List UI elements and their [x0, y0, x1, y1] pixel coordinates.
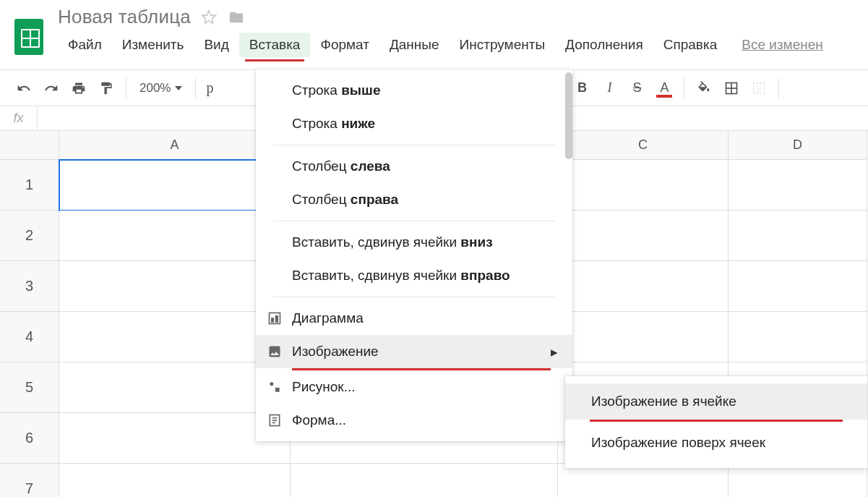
insert-shift-down[interactable]: Вставить, сдвинув ячейки вниз — [256, 226, 572, 259]
svg-rect-7 — [272, 318, 274, 322]
svg-rect-5 — [760, 82, 765, 93]
menu-format[interactable]: Формат — [310, 33, 379, 57]
row-header-3[interactable]: 3 — [0, 261, 59, 312]
saved-status-link[interactable]: Все изменен — [742, 37, 823, 53]
redo-button[interactable] — [39, 76, 64, 101]
select-all-corner[interactable] — [0, 131, 59, 160]
bold-button[interactable]: B — [570, 76, 594, 101]
print-button[interactable] — [66, 76, 91, 101]
row-header-6[interactable]: 6 — [0, 413, 59, 464]
menu-insert[interactable]: Вставка — [239, 33, 311, 57]
cell-b7[interactable] — [291, 464, 558, 497]
image-in-cell-label: Изображение в ячейке — [591, 394, 736, 409]
toolbar-separator — [195, 78, 196, 98]
sheets-logo-icon[interactable] — [14, 19, 43, 55]
menu-tools[interactable]: Инструменты — [450, 33, 555, 57]
row-header-4[interactable]: 4 — [0, 312, 59, 362]
dropdown-divider — [273, 145, 555, 145]
cell-d2[interactable] — [729, 211, 867, 261]
cell-c2[interactable] — [558, 211, 729, 261]
merge-cells-button[interactable] — [747, 76, 771, 101]
menu-data[interactable]: Данные — [379, 33, 450, 57]
insert-column-left[interactable]: Столбец слева — [256, 150, 572, 183]
row-header-1[interactable]: 1 — [0, 160, 59, 211]
insert-form-label: Форма... — [292, 412, 346, 428]
folder-icon[interactable] — [227, 9, 246, 25]
insert-shift-right-label: Вставить, сдвинув ячейки вправо — [292, 268, 510, 284]
insert-chart-label: Диаграмма — [292, 310, 364, 326]
zoom-value: 200% — [139, 81, 171, 95]
menu-help[interactable]: Справка — [653, 33, 728, 57]
image-submenu: Изображение в ячейке Изображение поверх … — [565, 376, 867, 468]
cell-d1[interactable] — [729, 160, 867, 211]
text-color-swatch — [656, 95, 672, 98]
insert-row-below-label: Строка ниже — [292, 116, 375, 132]
svg-rect-6 — [270, 313, 280, 324]
insert-image[interactable]: Изображение ▸ — [256, 335, 572, 368]
currency-hint[interactable]: р — [203, 80, 216, 96]
menu-view[interactable]: Вид — [194, 33, 239, 57]
cell-c7[interactable] — [558, 464, 729, 497]
submenu-arrow-icon: ▸ — [551, 344, 558, 360]
chart-icon — [267, 311, 282, 326]
menu-edit[interactable]: Изменить — [112, 33, 194, 57]
insert-drawing[interactable]: Рисунок... — [256, 370, 572, 404]
insert-row-above-label: Строка выше — [292, 82, 380, 98]
column-header-c[interactable]: C — [558, 131, 729, 160]
fx-label[interactable]: fx — [0, 106, 38, 130]
chevron-down-icon — [175, 86, 182, 90]
row-header-7[interactable]: 7 — [0, 464, 59, 497]
insert-row-above[interactable]: Строка выше — [256, 74, 572, 107]
svg-rect-10 — [275, 388, 280, 392]
image-in-cell[interactable]: Изображение в ячейке — [565, 383, 867, 420]
fill-color-button[interactable] — [692, 76, 716, 101]
column-header-d[interactable]: D — [729, 131, 867, 160]
dropdown-divider — [273, 221, 555, 221]
doc-title-row: Новая таблица — [58, 6, 868, 33]
menu-file[interactable]: Файл — [58, 33, 112, 57]
cell-c1[interactable] — [558, 160, 729, 211]
toolbar-separator — [684, 78, 684, 98]
insert-column-right-label: Столбец справа — [292, 192, 398, 208]
image-icon — [267, 344, 282, 359]
cell-d7[interactable] — [729, 464, 867, 497]
insert-shift-right[interactable]: Вставить, сдвинув ячейки вправо — [256, 259, 572, 292]
cell-c4[interactable] — [558, 312, 729, 362]
logo-container — [0, 6, 58, 55]
cell-c3[interactable] — [558, 261, 729, 312]
cell-d4[interactable] — [729, 312, 867, 362]
dropdown-divider — [273, 297, 555, 297]
row-header-2[interactable]: 2 — [0, 211, 59, 261]
drawing-icon — [267, 380, 282, 394]
app-header: Новая таблица Файл Изменить Вид Вставка … — [0, 0, 868, 70]
svg-point-9 — [270, 382, 273, 386]
cell-d3[interactable] — [729, 261, 867, 312]
cell-a7[interactable] — [59, 464, 291, 497]
italic-button[interactable]: I — [597, 76, 622, 101]
undo-button[interactable] — [12, 76, 36, 101]
strikethrough-button[interactable]: S — [624, 76, 649, 101]
insert-chart[interactable]: Диаграмма — [256, 302, 572, 335]
paint-format-button[interactable] — [94, 76, 119, 101]
zoom-select[interactable]: 200% — [134, 81, 188, 95]
insert-dropdown: Строка выше Строка ниже Столбец слева Ст… — [256, 69, 572, 441]
text-color-button[interactable]: A — [652, 76, 676, 101]
insert-form[interactable]: Форма... — [256, 404, 572, 437]
insert-row-below[interactable]: Строка ниже — [256, 107, 572, 140]
insert-drawing-label: Рисунок... — [292, 379, 356, 395]
document-title[interactable]: Новая таблица — [58, 6, 191, 28]
star-icon[interactable] — [201, 9, 217, 25]
insert-shift-down-label: Вставить, сдвинув ячейки вниз — [292, 234, 493, 250]
svg-rect-8 — [276, 316, 278, 322]
svg-rect-4 — [754, 82, 758, 93]
row-headers: 1 2 3 4 5 6 7 — [0, 160, 59, 497]
menu-addons[interactable]: Дополнения — [555, 33, 653, 57]
insert-column-right[interactable]: Столбец справа — [256, 183, 572, 216]
row-header-5[interactable]: 5 — [0, 362, 59, 413]
menu-bar: Файл Изменить Вид Вставка Формат Данные … — [58, 33, 868, 57]
borders-button[interactable] — [719, 76, 744, 101]
toolbar-separator — [126, 78, 126, 98]
title-block: Новая таблица Файл Изменить Вид Вставка … — [58, 6, 868, 57]
svg-marker-0 — [202, 10, 215, 22]
image-over-cells[interactable]: Изображение поверх ячеек — [565, 425, 867, 461]
